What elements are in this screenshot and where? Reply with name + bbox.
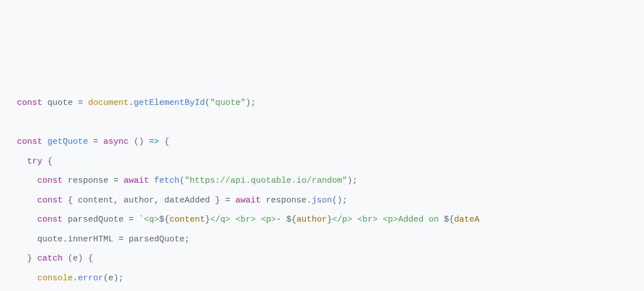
code-token: { <box>47 157 52 166</box>
code-token: await <box>124 176 154 186</box>
code-token <box>256 215 261 224</box>
code-token: </p> <box>332 215 352 224</box>
code-token: = <box>78 98 88 108</box>
code-token: <br> <box>235 215 256 224</box>
code-token: dateA <box>454 215 479 224</box>
code-token: <p> <box>383 215 398 224</box>
code-token: { content, author, dateAdded } <box>68 196 225 205</box>
code-token: const <box>17 137 47 147</box>
code-token: parsedQuote; <box>129 235 190 244</box>
code-token: author <box>296 215 327 224</box>
code-token: (e); <box>103 274 124 283</box>
code-token: Added on <box>398 215 444 224</box>
code-line: } <box>17 288 628 291</box>
code-line: } catch (e) { <box>17 249 628 269</box>
code-token: { <box>159 137 169 147</box>
code-token: quote.innerHTML <box>17 235 119 244</box>
code-token: console <box>37 274 73 283</box>
code-token: => <box>149 137 159 147</box>
code-token: = <box>93 137 103 147</box>
code-token <box>17 274 37 283</box>
code-block: const quote = document.getElementById("q… <box>17 94 628 291</box>
code-token <box>378 215 383 224</box>
code-token: getElementById <box>134 98 205 108</box>
code-token: content <box>169 215 205 224</box>
code-token: ${ <box>444 215 454 224</box>
code-token: <q> <box>144 215 159 224</box>
code-token: - <box>276 215 286 224</box>
code-token: = <box>113 176 124 186</box>
code-line: const { content, author, dateAdded } = a… <box>17 191 628 211</box>
code-token: . <box>73 274 78 283</box>
code-line: const quote = document.getElementById("q… <box>17 94 628 113</box>
code-token: . <box>129 98 134 108</box>
code-token: const <box>17 98 47 108</box>
code-token: response <box>68 176 113 186</box>
code-token: fetch <box>154 176 179 186</box>
code-token: = <box>119 235 129 244</box>
code-token: </q> <box>210 215 230 224</box>
code-token: "https://api.quotable.io/random" <box>185 176 347 186</box>
code-token: } <box>205 215 210 224</box>
code-token: (); <box>332 196 347 205</box>
code-token: const <box>37 196 68 205</box>
code-token: json <box>312 196 332 205</box>
code-token: <br> <box>357 215 378 224</box>
code-token <box>17 196 37 205</box>
code-line: console.error(e); <box>17 269 628 289</box>
code-line: const parsedQuote = `<q>${content}</q> <… <box>17 210 628 230</box>
code-token: () <box>134 137 149 147</box>
code-token <box>17 176 37 186</box>
code-token: = <box>225 196 235 205</box>
code-token: const <box>37 176 68 186</box>
code-token: quote <box>47 98 78 108</box>
code-line: quote.innerHTML = parsedQuote; <box>17 230 628 250</box>
code-token <box>17 157 27 166</box>
code-line: const response = await fetch("https://ap… <box>17 171 628 191</box>
code-token: <p> <box>261 215 276 224</box>
code-token: const <box>37 215 68 224</box>
code-token: (e) { <box>68 254 93 263</box>
code-token: response. <box>266 196 312 205</box>
code-token <box>230 215 235 224</box>
code-token: await <box>235 196 266 205</box>
code-token: getQuote <box>47 137 93 147</box>
code-token: document <box>88 98 129 108</box>
code-line: try { <box>17 152 628 172</box>
code-token: catch <box>37 254 68 263</box>
code-token <box>17 215 37 224</box>
code-token: } <box>17 254 37 263</box>
code-token: parsedQuote <box>68 215 129 224</box>
code-token: ${ <box>286 215 296 224</box>
code-token: ${ <box>159 215 169 224</box>
code-token: error <box>78 274 103 283</box>
code-token: = <box>129 215 139 224</box>
code-token: ( <box>179 176 185 186</box>
code-line: const getQuote = async () => { <box>17 133 628 152</box>
code-token: ); <box>347 176 357 186</box>
code-line <box>17 113 628 133</box>
code-token: "quote" <box>210 98 246 108</box>
code-token: async <box>103 137 134 147</box>
code-token: ( <box>205 98 210 108</box>
code-token: try <box>27 157 47 166</box>
code-token: ` <box>139 215 144 224</box>
code-token <box>352 215 357 224</box>
code-token: ); <box>246 98 256 108</box>
code-token: } <box>327 215 332 224</box>
